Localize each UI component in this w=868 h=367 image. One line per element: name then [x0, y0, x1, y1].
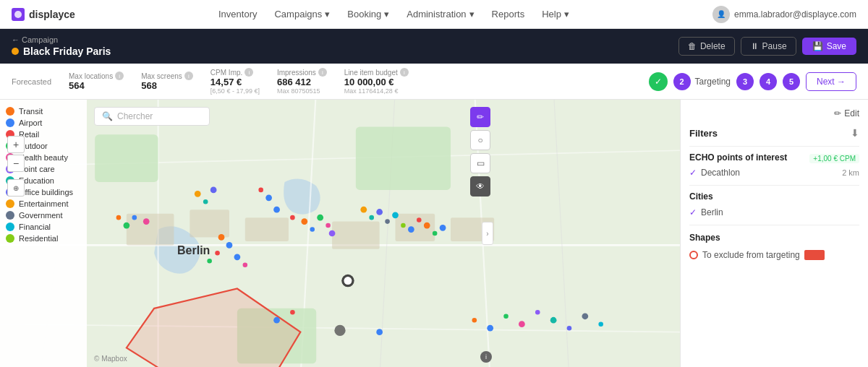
- step-3-number: 3: [736, 73, 754, 90]
- map-right-icons: ✏ ○ ▭ 👁: [470, 107, 490, 197]
- city-berlin: ✓ Berlin: [689, 206, 859, 219]
- shapes-section: Shapes To exclude from targeting: [689, 233, 859, 263]
- nav-inventory[interactable]: Inventory: [211, 6, 264, 22]
- exclude-item: To exclude from targeting: [689, 247, 859, 263]
- panel-toggle-button[interactable]: ›: [482, 222, 493, 245]
- svg-point-41: [392, 212, 399, 218]
- legend-government: Government: [6, 210, 81, 221]
- info-icon: i: [184, 72, 193, 80]
- save-button[interactable]: 💾 Save: [802, 38, 856, 55]
- cpm-badge: +1,00 € CPM: [809, 154, 859, 163]
- campaign-bar: ← Campaign Black Friday Paris 🗑 Delete ⏸…: [0, 29, 868, 64]
- draw-polygon-button[interactable]: ✏: [470, 107, 490, 127]
- svg-point-40: [385, 219, 390, 224]
- svg-point-67: [132, 215, 137, 220]
- app-logo: displayce: [12, 8, 75, 21]
- nav-links: Inventory Campaigns ▾ Booking ▾ Administ…: [211, 6, 576, 22]
- info-icon: i: [318, 68, 327, 77]
- chevron-down-icon: ▾: [469, 9, 475, 20]
- trash-icon: 🗑: [688, 41, 697, 51]
- info-icon: i: [115, 72, 124, 80]
- legend-entertainment: Entertainment: [6, 198, 81, 210]
- poi-distance: 2 km: [842, 168, 859, 177]
- delete-button[interactable]: 🗑 Delete: [678, 37, 735, 56]
- legend-label: Government: [19, 211, 63, 220]
- poi-decathlon: ✓ Decathlon 2 km: [689, 166, 859, 179]
- app-name: displayce: [29, 9, 75, 20]
- svg-rect-12: [95, 134, 158, 182]
- stat-impressions: Impressions i 686 412 Max 80750515: [277, 68, 327, 95]
- step-5-number: 5: [783, 73, 800, 90]
- svg-point-56: [550, 317, 557, 324]
- back-button[interactable]: ← Campaign: [12, 35, 111, 44]
- svg-point-66: [124, 223, 130, 229]
- svg-point-39: [376, 209, 383, 215]
- svg-point-42: [401, 223, 406, 228]
- svg-point-25: [290, 215, 295, 220]
- svg-point-62: [210, 187, 217, 194]
- zoom-out-button[interactable]: −: [7, 155, 25, 172]
- eye-button[interactable]: 👁: [470, 176, 490, 197]
- svg-point-47: [440, 225, 446, 231]
- svg-point-43: [408, 226, 414, 233]
- svg-point-68: [143, 218, 150, 225]
- svg-point-65: [116, 215, 122, 220]
- edit-button[interactable]: ✏ Edit: [834, 108, 859, 118]
- user-email: emma.labrador@displayce.com: [734, 9, 856, 20]
- svg-point-55: [535, 310, 540, 315]
- stat-cpm: CPM Imp. i 14,57 € [6,50 € - 17,99 €]: [210, 68, 260, 95]
- nav-administration[interactable]: Administration ▾: [399, 6, 481, 22]
- exclude-icon: [689, 251, 698, 259]
- rectangle-tool-button[interactable]: ▭: [470, 153, 490, 173]
- circle-tool-button[interactable]: ○: [470, 130, 490, 150]
- svg-point-0: [14, 11, 22, 18]
- map-info-icon[interactable]: i: [480, 351, 492, 363]
- svg-point-24: [273, 207, 280, 213]
- svg-point-31: [226, 242, 233, 249]
- svg-point-26: [301, 218, 307, 225]
- search-box[interactable]: 🔍 Chercher: [94, 107, 210, 126]
- svg-point-50: [376, 329, 383, 335]
- zoom-in-button[interactable]: +: [7, 136, 25, 153]
- nav-booking[interactable]: Booking ▾: [340, 6, 396, 22]
- nav-help[interactable]: Help ▾: [535, 6, 576, 22]
- user-menu[interactable]: 👤 emma.labrador@displayce.com: [712, 6, 856, 23]
- svg-point-38: [369, 215, 374, 220]
- chevron-down-icon: ▾: [384, 9, 389, 20]
- chevron-down-icon: ▾: [325, 9, 330, 20]
- svg-point-61: [203, 199, 208, 204]
- filters-header: Filters ⬇: [689, 127, 859, 139]
- map-area[interactable]: 🔍 Chercher + − ⊕ Berlin ✏ ○ ▭ 👁 › © Mapb…: [0, 100, 680, 367]
- pause-button[interactable]: ⏸ Pause: [741, 37, 796, 56]
- legend-label: Transit: [19, 107, 43, 116]
- legend-airport: Airport: [6, 117, 81, 129]
- save-icon: 💾: [812, 41, 823, 51]
- campaign-title: Black Friday Paris: [12, 46, 111, 57]
- search-icon: 🔍: [102, 111, 113, 121]
- info-icon: i: [244, 68, 253, 77]
- svg-point-60: [195, 191, 201, 197]
- panel-header: ✏ Edit: [689, 108, 859, 118]
- svg-point-51: [472, 318, 477, 323]
- legend-financial: Financial: [6, 221, 81, 233]
- map-controls: + − ⊕: [7, 136, 25, 197]
- poi-left: ✓ Decathlon: [689, 168, 740, 178]
- step-2-item: 2 Targeting: [673, 73, 731, 90]
- download-icon[interactable]: ⬇: [851, 127, 859, 139]
- next-button[interactable]: Next →: [806, 72, 856, 91]
- svg-point-34: [207, 259, 212, 264]
- nav-campaigns[interactable]: Campaigns ▾: [267, 6, 337, 22]
- airport-dot: [6, 118, 14, 127]
- svg-rect-16: [245, 217, 289, 241]
- nav-reports[interactable]: Reports: [485, 6, 532, 22]
- chevron-down-icon: ▾: [564, 9, 569, 20]
- check-icon: ✓: [689, 168, 697, 178]
- transit-dot: [6, 107, 14, 116]
- info-icon: i: [400, 68, 409, 77]
- exclude-label: To exclude from targeting: [702, 250, 800, 260]
- legend-label: Entertainment: [19, 199, 68, 208]
- filters-title: Filters: [689, 128, 718, 139]
- compass-button[interactable]: ⊕: [7, 179, 25, 197]
- svg-point-27: [310, 227, 315, 232]
- right-panel: ✏ Edit Filters ⬇ ECHO points of interest…: [680, 100, 868, 367]
